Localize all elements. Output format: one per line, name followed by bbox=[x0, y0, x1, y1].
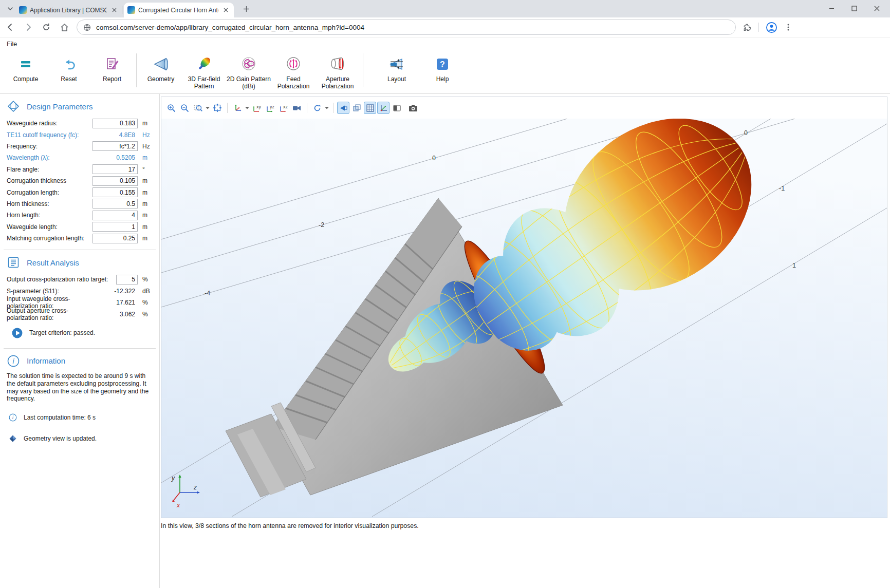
extensions-icon[interactable] bbox=[742, 23, 752, 32]
tab-search-button[interactable] bbox=[5, 4, 15, 14]
waveguide-length-input[interactable] bbox=[92, 222, 138, 232]
minimize-button[interactable] bbox=[820, 0, 843, 17]
geometry-updated-text: Geometry view is updated. bbox=[24, 435, 97, 442]
gain-pattern-2d-icon bbox=[240, 55, 257, 73]
section-divider bbox=[4, 348, 156, 349]
param-value: 4.8E8 bbox=[92, 131, 138, 139]
close-window-button[interactable] bbox=[865, 0, 888, 17]
param-label: Wavelength (λ): bbox=[7, 154, 92, 161]
far-field-3d-button[interactable]: 3D Far-field Pattern bbox=[182, 55, 226, 90]
compute-button[interactable]: Compute bbox=[4, 55, 47, 83]
last-computation-text: Last computation time: 6 s bbox=[24, 414, 96, 421]
result-unit: dB bbox=[138, 288, 155, 295]
camera-view-icon bbox=[292, 104, 302, 112]
result-value: -12.322 bbox=[92, 288, 138, 295]
new-tab-button[interactable] bbox=[242, 4, 251, 14]
param-row: Corrugation length:m bbox=[7, 186, 155, 198]
close-icon bbox=[874, 6, 880, 11]
zoom-in-button[interactable] bbox=[165, 102, 177, 114]
axis-tick: -2 bbox=[319, 221, 324, 229]
transparency-button[interactable] bbox=[350, 102, 363, 114]
scene-light-icon bbox=[393, 104, 401, 112]
camera-view-button[interactable] bbox=[291, 102, 303, 114]
svg-text:i: i bbox=[12, 415, 14, 421]
param-label: Waveguide radius: bbox=[7, 120, 92, 127]
view-caption: In this view, 3/8 sections of the horn a… bbox=[161, 522, 419, 529]
browser-navbar: comsol.com/server-demo/app/library_corru… bbox=[0, 17, 890, 37]
aperture-polarization-button[interactable]: Aperture Polarization bbox=[315, 55, 360, 90]
menu-dots-icon[interactable] bbox=[784, 23, 792, 31]
info-small-icon: i bbox=[9, 413, 17, 422]
profile-icon[interactable] bbox=[766, 22, 777, 33]
toolbar-separator bbox=[136, 53, 137, 87]
tab-application-library[interactable]: Application Library | COMSOL S bbox=[15, 3, 122, 17]
show-geometry-button[interactable] bbox=[337, 102, 349, 114]
rotate-button[interactable] bbox=[311, 102, 323, 114]
param-label: Waveguide length: bbox=[7, 223, 92, 231]
report-button[interactable]: Report bbox=[90, 55, 134, 83]
layout-icon bbox=[387, 55, 406, 73]
waveguide-radius-input[interactable] bbox=[92, 119, 138, 128]
result-row: Output aperture cross-polarization ratio… bbox=[7, 308, 155, 319]
address-bar[interactable]: comsol.com/server-demo/app/library_corru… bbox=[77, 20, 736, 35]
param-row: Corrugation thicknessm bbox=[7, 175, 155, 186]
navbar-right bbox=[742, 22, 792, 33]
tab-close-button[interactable] bbox=[110, 6, 119, 14]
frequency-input[interactable] bbox=[92, 141, 138, 151]
param-row: Horn thickness:m bbox=[7, 198, 155, 210]
corrugation-thickness-input[interactable] bbox=[92, 176, 138, 186]
layout-button[interactable]: Layout bbox=[375, 55, 418, 83]
dropdown-caret-icon bbox=[245, 106, 249, 109]
rotate-dropdown[interactable] bbox=[324, 102, 329, 113]
zoom-box-button[interactable] bbox=[192, 102, 204, 114]
graphics-toolbar: xy yz xz bbox=[161, 97, 887, 119]
param-label: Horn thickness: bbox=[7, 200, 92, 207]
tab-corrugated-horn[interactable]: Corrugated Circular Horn Anten bbox=[124, 3, 234, 17]
file-menu[interactable]: File bbox=[7, 41, 17, 48]
home-button[interactable] bbox=[57, 20, 72, 35]
tab-close-button[interactable] bbox=[221, 6, 230, 14]
matching-corrugation-length-input[interactable] bbox=[92, 234, 138, 243]
reset-icon bbox=[61, 55, 77, 73]
view-yz-button[interactable]: yz bbox=[264, 102, 276, 114]
zoom-out-button[interactable] bbox=[178, 102, 191, 114]
show-axes-button[interactable] bbox=[377, 102, 390, 114]
view-xz-button[interactable]: xz bbox=[277, 102, 290, 114]
default-view-dropdown[interactable] bbox=[245, 102, 250, 113]
triad-y-label: y bbox=[171, 475, 175, 482]
show-grid-button[interactable] bbox=[364, 102, 376, 114]
axis-tick: 0 bbox=[744, 129, 748, 137]
reset-button[interactable]: Reset bbox=[47, 55, 90, 83]
comsol-favicon bbox=[19, 6, 27, 14]
corrugation-length-input[interactable] bbox=[92, 187, 138, 197]
scene-light-button[interactable] bbox=[391, 102, 403, 114]
param-unit: m bbox=[138, 200, 155, 207]
geometry-button[interactable]: Geometry bbox=[139, 55, 182, 83]
back-button[interactable] bbox=[3, 20, 18, 35]
view-xy-button[interactable]: xy bbox=[251, 102, 263, 114]
graphics-view[interactable]: 0 -2 -4 0 -1 1 y bbox=[161, 119, 887, 518]
zoom-extents-button[interactable] bbox=[211, 102, 224, 114]
horn-thickness-input[interactable] bbox=[92, 199, 138, 208]
design-parameters-header: Design Parameters bbox=[7, 100, 159, 113]
tab-title: Application Library | COMSOL S bbox=[30, 7, 107, 14]
zoom-box-dropdown[interactable] bbox=[205, 102, 210, 113]
default-view-button[interactable] bbox=[231, 102, 244, 114]
triad-x-label: x bbox=[176, 502, 180, 509]
output-cross-pol-target-input[interactable] bbox=[116, 275, 138, 284]
gain-pattern-2d-button[interactable]: 2D Gain Pattern (dBi) bbox=[226, 55, 272, 90]
comsol-favicon bbox=[127, 6, 135, 14]
feed-polarization-button[interactable]: Feed Polarization bbox=[272, 55, 315, 90]
section-title: Design Parameters bbox=[27, 102, 92, 111]
help-button[interactable]: ? Help bbox=[424, 55, 460, 83]
snapshot-button[interactable] bbox=[407, 102, 419, 114]
reload-button[interactable] bbox=[39, 20, 54, 35]
forward-icon bbox=[24, 23, 33, 32]
horn-length-input[interactable] bbox=[92, 211, 138, 220]
maximize-button[interactable] bbox=[843, 0, 865, 17]
result-value: 3.062 bbox=[92, 311, 138, 318]
flare-angle-input[interactable] bbox=[92, 164, 138, 174]
forward-button[interactable] bbox=[21, 20, 36, 35]
last-computation-row: i Last computation time: 6 s bbox=[9, 413, 159, 422]
param-unit: ° bbox=[138, 166, 155, 173]
